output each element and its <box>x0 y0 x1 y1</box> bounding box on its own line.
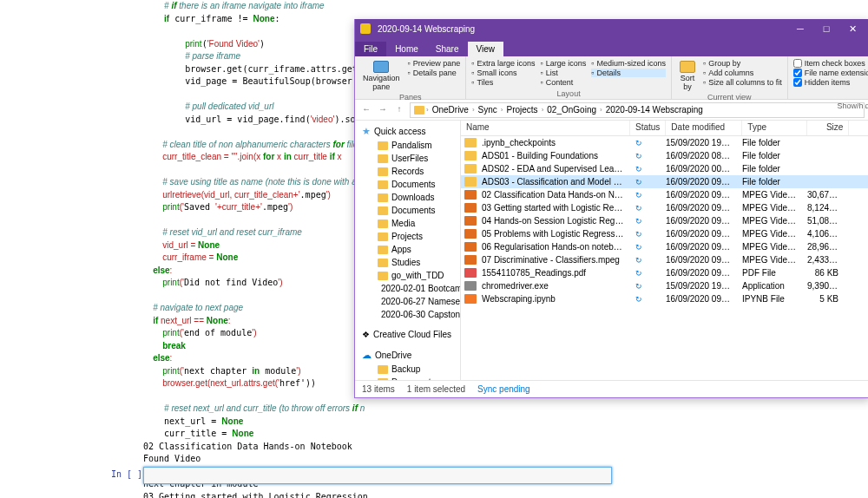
group-by-button[interactable]: ▫ Group by <box>703 59 782 68</box>
medium-icons-option[interactable]: ▫ Medium-sized icons <box>591 59 666 68</box>
nav-item[interactable]: Documents <box>355 178 460 191</box>
maximize-button[interactable]: □ <box>814 21 838 36</box>
nav-item[interactable]: Projects <box>355 230 460 243</box>
ribbon: Navigation pane ▫ Preview pane ▫ Details… <box>355 56 868 100</box>
nav-item[interactable]: Pandalism <box>355 139 460 152</box>
content-option[interactable]: ▫ Content <box>541 78 587 87</box>
nav-group[interactable]: ★ Quick access <box>355 124 460 139</box>
nav-item[interactable]: 2020-06-27 Nameserver setup <box>355 295 460 308</box>
nav-item[interactable]: Studies <box>355 256 460 269</box>
breadcrumb-item[interactable]: 2020-09-14 Webscraping <box>604 105 705 115</box>
file-row[interactable]: ADS02 - EDA and Supervised Learning↻16/0… <box>461 162 868 175</box>
nav-item[interactable]: Downloads <box>355 191 460 204</box>
details-pane-button[interactable]: ▫ Details pane <box>408 69 461 77</box>
file-name-extensions-toggle[interactable]: File name extensions <box>793 69 868 77</box>
file-row[interactable]: 02 Classification Data Hands-on Notebo..… <box>461 188 868 201</box>
file-row[interactable]: 1554110785_Readings.pdf↻16/09/2020 09:07… <box>461 266 868 279</box>
nav-group[interactable]: ❖ Creative Cloud Files <box>355 328 460 341</box>
breadcrumb[interactable]: ›OneDrive›Sync›Projects›02_OnGoing›2020-… <box>410 102 865 118</box>
column-headers[interactable]: Name Status Date modified Type Size <box>461 121 868 136</box>
col-date[interactable]: Date modified <box>666 121 742 135</box>
folder-icon <box>360 23 371 34</box>
back-button[interactable]: ← <box>360 104 372 116</box>
file-view: Name Status Date modified Type Size .ipy… <box>461 121 868 380</box>
item-check-boxes-toggle[interactable]: Item check boxes <box>793 59 868 68</box>
sort-by-button[interactable]: Sort by <box>677 59 698 93</box>
breadcrumb-item[interactable]: Sync <box>477 105 499 115</box>
file-list[interactable]: .ipynb_checkpoints↻15/09/2020 19:20File … <box>461 136 868 380</box>
details-option[interactable]: ▫ Details <box>591 69 666 77</box>
empty-code-cell[interactable] <box>143 467 612 484</box>
folder-icon <box>464 151 477 161</box>
small-icons-option[interactable]: ▫ Small icons <box>471 69 535 77</box>
minimize-button[interactable]: ─ <box>788 21 812 36</box>
tab-view[interactable]: View <box>468 42 504 56</box>
folder-icon <box>464 164 477 174</box>
video-icon <box>464 216 477 226</box>
close-button[interactable]: ✕ <box>840 21 865 36</box>
nav-item[interactable]: Backup <box>355 363 460 376</box>
breadcrumb-item[interactable]: Projects <box>505 105 540 115</box>
tab-file[interactable]: File <box>355 42 386 56</box>
up-button[interactable]: ↑ <box>393 104 405 116</box>
input-prompt: In [ ]: <box>111 469 148 479</box>
exe-icon <box>464 281 477 291</box>
video-icon <box>464 255 477 265</box>
col-type[interactable]: Type <box>742 121 807 135</box>
video-icon <box>464 203 477 213</box>
forward-button[interactable]: → <box>377 104 389 116</box>
file-row[interactable]: 05 Problems with Logistic Regression an.… <box>461 227 868 240</box>
file-row[interactable]: Webscraping.ipynb↻16/09/2020 09:07IPYNB … <box>461 292 868 305</box>
nav-item[interactable]: Media <box>355 217 460 230</box>
breadcrumb-item[interactable]: 02_OnGoing <box>545 105 598 115</box>
item-count: 13 items <box>362 384 395 394</box>
list-option[interactable]: ▫ List <box>541 69 587 77</box>
window-title: 2020-09-14 Webscraping <box>378 24 475 34</box>
col-status[interactable]: Status <box>630 121 666 135</box>
preview-pane-button[interactable]: ▫ Preview pane <box>408 59 461 68</box>
file-row[interactable]: 06 Regularisation Hands-on notebook.m...… <box>461 240 868 253</box>
video-icon <box>464 242 477 252</box>
add-columns-button[interactable]: ▫ Add columns <box>703 69 782 77</box>
ipynb-icon <box>464 294 477 304</box>
nav-item[interactable]: 2020-06-30 Capstone Project <box>355 308 460 321</box>
selection-count: 1 item selected <box>407 384 465 394</box>
navigation-pane-button[interactable]: Navigation pane <box>360 59 403 93</box>
file-row[interactable]: ADS03 - Classification and Model Selecti… <box>461 175 868 188</box>
nav-item[interactable]: go_with_TDD <box>355 269 460 282</box>
status-bar: 13 items 1 item selected Sync pending <box>355 380 868 397</box>
file-row[interactable]: 03 Getting started with Logistic Regress… <box>461 201 868 214</box>
tab-home[interactable]: Home <box>386 42 427 56</box>
folder-icon <box>464 177 477 187</box>
file-explorer-window: 2020-09-14 Webscraping ─ □ ✕ File Home S… <box>354 19 868 398</box>
large-icons-option[interactable]: ▫ Large icons <box>541 59 587 68</box>
size-all-columns-button[interactable]: ▫ Size all columns to fit <box>703 78 782 87</box>
folder-icon <box>464 138 477 147</box>
file-row[interactable]: .ipynb_checkpoints↻15/09/2020 19:20File … <box>461 136 868 149</box>
video-icon <box>464 190 477 200</box>
sync-status: Sync pending <box>477 384 530 394</box>
video-icon <box>464 229 477 239</box>
titlebar[interactable]: 2020-09-14 Webscraping ─ □ ✕ <box>355 19 868 38</box>
col-size[interactable]: Size <box>807 121 849 135</box>
layout-group-label: Layout <box>471 89 666 98</box>
file-row[interactable]: chromedriver.exe↻15/09/2020 19:17Applica… <box>461 279 868 292</box>
extra-large-icons-option[interactable]: ▫ Extra large icons <box>471 59 535 68</box>
file-row[interactable]: 07 Discriminative - Classifiers.mpeg↻16/… <box>461 253 868 266</box>
tiles-option[interactable]: ▫ Tiles <box>471 78 535 87</box>
navigation-pane[interactable]: ★ Quick accessPandalismUserFilesRecordsD… <box>355 121 461 380</box>
nav-item[interactable]: Documents <box>355 204 460 217</box>
address-bar: ← → ↑ ›OneDrive›Sync›Projects›02_OnGoing… <box>355 100 868 121</box>
nav-item[interactable]: Records <box>355 165 460 178</box>
tab-share[interactable]: Share <box>427 42 468 56</box>
breadcrumb-item[interactable]: OneDrive <box>431 105 470 115</box>
file-row[interactable]: 04 Hands-on Session Logistic Regression.… <box>461 214 868 227</box>
ribbon-tabs: File Home Share View <box>355 38 868 56</box>
nav-group[interactable]: ☁ OneDrive <box>355 348 460 363</box>
file-row[interactable]: ADS01 - Building Foundations↻16/09/2020 … <box>461 149 868 162</box>
nav-item[interactable]: 2020-02-01 Bootcamp <box>355 282 460 295</box>
nav-item[interactable]: UserFiles <box>355 152 460 165</box>
col-name[interactable]: Name <box>461 121 630 135</box>
nav-item[interactable]: Apps <box>355 243 460 256</box>
hidden-items-toggle[interactable]: Hidden items <box>793 78 868 87</box>
